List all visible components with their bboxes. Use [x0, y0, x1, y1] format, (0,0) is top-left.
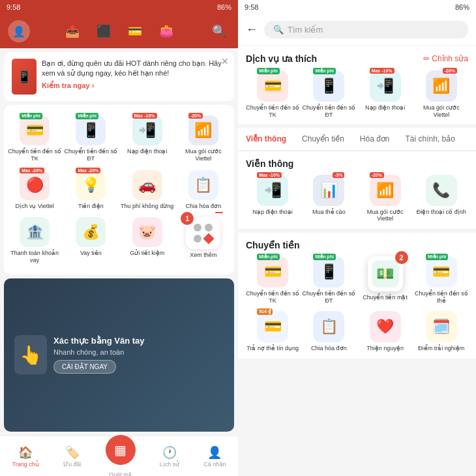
chia-hoa-don-icon: 📋 [188, 170, 218, 200]
badge-mien-phi-1: Miễn phí [20, 113, 42, 119]
fav-item-1[interactable]: Miễn phí 💳 Chuyển tiền đến số TK [246, 70, 299, 119]
nav-label-home: Trang chủ [12, 461, 39, 468]
ct-icon-4: Miễn phí 💳 [426, 256, 457, 288]
vien-thong-title: Viễn thông [246, 158, 293, 169]
diamond-icon [203, 233, 215, 245]
service-xem-them[interactable]: 1 Xem thêm [175, 213, 231, 268]
bottom-nav-left: 🏠 Trang chủ 🏷️ Ưu đãi ▦ Quét mã 🕐 Lịch s… [0, 436, 238, 476]
last-label-3: Thiện nguyện [366, 345, 404, 352]
battery-left: 86% [217, 3, 231, 11]
fav-badge-3: Max -10% [370, 68, 394, 74]
ct-item-highlighted[interactable]: 💵 2 Chuyển tiền mặt [359, 256, 412, 305]
chuyen-tien-dt-icon: Miễn phí 📱 [76, 115, 106, 145]
vt-item-1[interactable]: Max -10% 📲 Nạp điện thoại [246, 175, 299, 223]
fav-label-2: Chuyển tiền đến số ĐT [302, 104, 355, 119]
viettel-icon: Max -20% 🔴 [20, 170, 50, 200]
qr-button[interactable]: ▦ [106, 435, 136, 465]
service-gui-tk[interactable]: 🐷 Gửi tiết kiệm [119, 213, 175, 268]
tab-tai-chinh[interactable]: Tài chính, bảo [398, 128, 463, 150]
step2-badge: 2 [395, 251, 408, 264]
vt-item-2[interactable]: -3% 📊 Mua thẻ cào [302, 175, 355, 223]
chuyen-tien-title: Chuyển tiền [246, 240, 300, 250]
last-icon-4: 🗓️ [426, 311, 457, 342]
service-viettel[interactable]: Max -20% 🔴 Dịch vụ Viettel [7, 166, 63, 214]
time-left: 9:58 [7, 3, 20, 11]
search-icon-left[interactable]: 🔍 [208, 20, 230, 42]
tab-chuyen-tien[interactable]: Chuyển tiền [294, 128, 352, 150]
vt-icon-4: 📞 [426, 175, 457, 206]
top-nav-right: ← 🔍 Tìm kiếm [238, 14, 476, 46]
status-bar-left: 9:58 86% [0, 0, 238, 14]
nav-ca-nhan[interactable]: 👤 Cá nhân [203, 445, 226, 468]
last-item-4[interactable]: 🗓️ Điểm trải nghiệm [415, 311, 468, 352]
thanh-toan-icon: 🏦 [20, 217, 50, 247]
last-item-1[interactable]: 914 ₫ 💳 Trả nợ thẻ tín dụng [246, 311, 299, 352]
gui-tiet-kiem-icon: 🐷 [132, 217, 162, 247]
fav-label-4: Mua gói cước Viettel [415, 104, 468, 119]
nav-label-quet-ma: Quét mã [109, 471, 132, 477]
tabs-row: Viễn thông Chuyển tiền Hóa đơn Tài chính… [238, 128, 476, 151]
last-item-2[interactable]: 📋 Chia hóa đơn [302, 311, 355, 352]
badge-10percent-1: Max -10% [132, 113, 157, 119]
service-nap-dt[interactable]: Max -10% 📲 Nạp điện thoại [119, 112, 175, 166]
ct-item-2[interactable]: Miễn phí 📱 Chuyển tiền đến số ĐT [302, 256, 355, 305]
vt-badge-3: -20% [370, 172, 384, 178]
card-icon[interactable]: 💳 [124, 20, 146, 42]
last-item-3[interactable]: ❤️ Thiện nguyện [359, 311, 412, 352]
service-vay-tien[interactable]: 💰 Vay tiền [63, 213, 119, 268]
nav-label-uu-dai: Ưu đãi [63, 461, 82, 468]
service-tien-dien[interactable]: Max -20% 💡 Tiền điện [63, 166, 119, 214]
chinh-sua-button[interactable]: ✏ Chỉnh sửa [423, 54, 468, 63]
last-icon-2: 📋 [313, 311, 344, 342]
fav-icon-1: Miễn phí 💳 [257, 70, 288, 102]
xem-them-badge [215, 212, 223, 213]
ct-item-4[interactable]: Miễn phí 💳 Chuyển tiền đến số thẻ [415, 256, 468, 305]
service-thanh-toan[interactable]: 🏦 Thanh toán khoản vay [7, 213, 63, 268]
service-label-5: Dịch vụ Viettel [15, 203, 53, 210]
vt-label-3: Mua gói cước Viettel [359, 209, 412, 223]
service-chia-hoa-don[interactable]: 📋 Chia hóa đơn [175, 166, 231, 214]
fav-item-4[interactable]: -20% 📶 Mua gói cước Viettel [415, 70, 468, 119]
service-label-9: Thanh toán khoản vay [8, 250, 61, 264]
service-mua-goi[interactable]: -20% 📶 Mua gói cước Viettel [175, 112, 231, 166]
service-thu-phi[interactable]: 🚗 Thu phí không dừng [119, 166, 175, 214]
close-icon[interactable]: ✕ [221, 56, 229, 67]
search-icon-right: 🔍 [273, 25, 284, 35]
nav-lich-su[interactable]: 🕐 Lịch sử [160, 445, 180, 468]
last-icon-3: ❤️ [370, 311, 401, 342]
top-nav-left: 👤 📤 ⬛ 💳 👛 🔍 [0, 14, 238, 48]
thu-phi-icon: 🚗 [132, 170, 162, 200]
history-icon: 🕐 [162, 445, 177, 460]
vt-icon-3: -20% 📶 [370, 175, 401, 206]
dich-vu-title: Dịch vụ ưa thích [246, 53, 317, 64]
service-chuyen-tien-dt[interactable]: Miễn phí 📱 Chuyển tiền đến số ĐT [63, 112, 119, 166]
nav-uu-dai[interactable]: 🏷️ Ưu đãi [63, 445, 82, 468]
nav-trang-chu[interactable]: 🏠 Trang chủ [12, 445, 39, 468]
vt-icon-1: Max -10% 📲 [257, 175, 288, 206]
banner-link[interactable]: Kiểm tra ngay › [42, 82, 226, 90]
nav-quet-ma[interactable]: ▦ Quét mã [106, 435, 136, 477]
time-right: 9:58 [245, 3, 258, 11]
left-panel: 9:58 86% 👤 📤 ⬛ 💳 👛 🔍 📱 Bạn ơi, đừng quên… [0, 0, 238, 476]
uu-dai-icon: 🏷️ [65, 445, 80, 460]
tab-hoa-don[interactable]: Hóa đơn [352, 128, 398, 150]
ct-item-1[interactable]: Miễn phí 💳 Chuyển tiền đến số TK [246, 256, 299, 305]
qr-scan-icon[interactable]: ⬛ [93, 20, 115, 42]
highlighted-box: 💵 2 [368, 256, 403, 291]
fav-item-3[interactable]: Max -10% 📲 Nạp điện thoại [359, 70, 412, 119]
fp-setup-button[interactable]: CÀI ĐẶT NGAY [53, 360, 116, 374]
service-label-8: Chia hóa đơn [186, 203, 222, 210]
fav-item-2[interactable]: Miễn phí 📱 Chuyển tiền đến số ĐT [302, 70, 355, 119]
service-chuyen-tien-tk[interactable]: Miễn phí 💳 Chuyển tiền đến số TK [7, 112, 63, 166]
battery-right: 86% [455, 3, 469, 11]
wallet-icon[interactable]: 👛 [155, 20, 177, 42]
search-bar[interactable]: 🔍 Tìm kiếm [264, 21, 468, 38]
status-bar-right: 9:58 86% [238, 0, 476, 14]
tab-vien-thong[interactable]: Viễn thông [238, 128, 294, 151]
fav-icon-4: -20% 📶 [426, 70, 457, 102]
vt-item-3[interactable]: -20% 📶 Mua gói cước Viettel [359, 175, 412, 223]
back-icon[interactable]: ← [246, 23, 258, 37]
vt-item-4[interactable]: 📞 Điện thoại cố định [415, 175, 468, 223]
transfer-icon[interactable]: 📤 [61, 20, 83, 42]
avatar-icon[interactable]: 👤 [8, 20, 30, 42]
